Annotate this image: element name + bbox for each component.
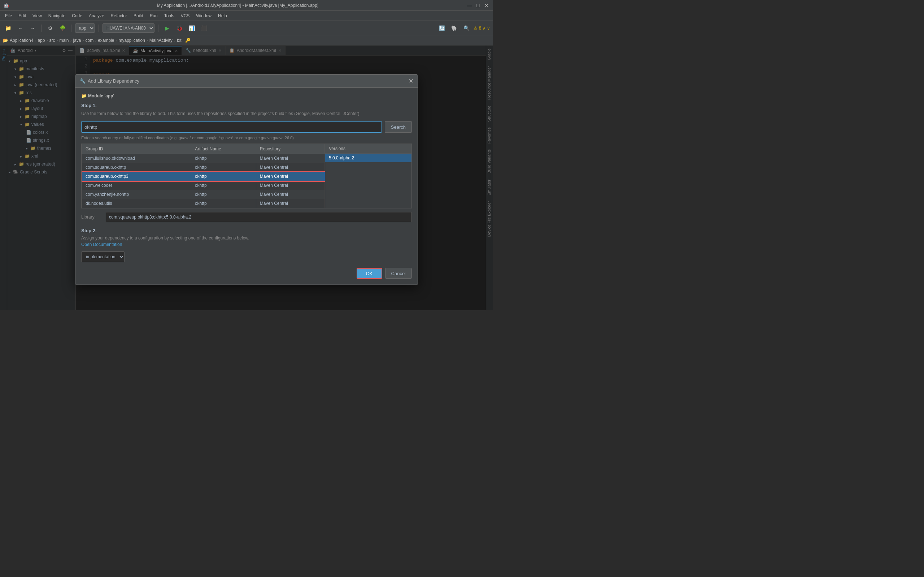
cancel-button[interactable]: Cancel	[385, 268, 412, 279]
library-value: com.squareup.okhttp3:okhttp:5.0.0-alpha.…	[106, 212, 412, 222]
table-row-selected[interactable]: com.squareup.okhttp3 okhttp Maven Centra…	[82, 172, 325, 181]
breadcrumb-com[interactable]: com	[85, 38, 94, 43]
toolbar-tree-btn[interactable]: 🌳	[57, 23, 68, 33]
cell-repo: Maven Central	[256, 163, 325, 172]
search-row: Search	[81, 121, 412, 133]
toolbar-open-btn[interactable]: 📁	[3, 23, 13, 33]
toolbar-sep1	[41, 24, 42, 32]
menu-file[interactable]: File	[2, 13, 15, 19]
cell-group-id: com.squareup.okhttp	[82, 163, 191, 172]
ok-button[interactable]: OK	[357, 268, 382, 279]
table-row[interactable]: com.weicoder okhttp Maven Central	[82, 181, 325, 190]
breadcrumb-example[interactable]: example	[98, 38, 114, 43]
versions-header: Versions	[325, 144, 412, 154]
dialog-body: 📁 Module 'app' Step 1. Use the form belo…	[76, 88, 418, 285]
menu-build[interactable]: Build	[131, 13, 146, 19]
cell-artifact: okhttp	[191, 199, 256, 208]
results-table: Group ID Artifact Name Repository com.li…	[82, 144, 325, 208]
dialog-close-button[interactable]: ✕	[409, 77, 413, 84]
maximize-button[interactable]: □	[475, 3, 481, 8]
breadcrumb-txt: txt	[177, 38, 181, 43]
step1-label: Step 1.	[81, 103, 412, 108]
minimize-button[interactable]: —	[466, 3, 472, 8]
menu-tools[interactable]: Tools	[162, 13, 177, 19]
library-search-input[interactable]	[81, 121, 382, 133]
cell-group-id-selected: com.squareup.okhttp3	[82, 172, 191, 181]
search-button[interactable]: Search	[385, 121, 412, 133]
open-doc-link[interactable]: Open Documentation	[81, 242, 412, 247]
table-row[interactable]: com.liulishuo.okdownload okhttp Maven Ce…	[82, 154, 325, 163]
cell-group-id: com.liulishuo.okdownload	[82, 154, 191, 163]
close-button[interactable]: ✕	[484, 3, 489, 8]
config-select[interactable]: implementation api compileOnly runtimeOn…	[81, 251, 124, 262]
cell-artifact-selected: okhttp	[191, 172, 256, 181]
breadcrumb-myapplication[interactable]: myapplication	[118, 38, 145, 43]
menu-bar: File Edit View Navigate Code Analyze Ref…	[0, 11, 493, 21]
breadcrumb-mainactivity[interactable]: MainActivity	[149, 38, 173, 43]
toolbar-settings-btn[interactable]: ⚙	[45, 23, 55, 33]
cell-artifact: okhttp	[191, 190, 256, 199]
library-label: Library:	[81, 214, 103, 220]
config-select-row: implementation api compileOnly runtimeOn…	[81, 251, 412, 262]
menu-window[interactable]: Window	[193, 13, 215, 19]
breadcrumb-main[interactable]: main	[59, 38, 69, 43]
modal-overlay: 🔧 Add Library Dependency ✕ 📁 Module 'app…	[0, 45, 493, 310]
cell-repo-selected: Maven Central	[256, 172, 325, 181]
run-config-combo[interactable]: app	[75, 23, 95, 33]
breadcrumb-key-icon: 🔑	[185, 38, 191, 43]
toolbar-run-btn[interactable]: ▶	[162, 23, 172, 33]
device-combo[interactable]: HUAWEI ANA-AN00	[102, 23, 155, 33]
cell-artifact: okhttp	[191, 163, 256, 172]
menu-code[interactable]: Code	[69, 13, 85, 19]
breadcrumb-bar: 📂 Application4 › app › src › main › java…	[0, 35, 493, 45]
toolbar-back-btn[interactable]: ←	[15, 23, 25, 33]
add-library-dialog: 🔧 Add Library Dependency ✕ 📁 Module 'app…	[75, 74, 418, 285]
toolbar: 📁 ← → ⚙ 🌳 app HUAWEI ANA-AN00 ▶ 🐞 📊 ⬛ 🔄 …	[0, 21, 493, 35]
toolbar-stop-btn[interactable]: ⬛	[199, 23, 209, 33]
cell-repo: Maven Central	[256, 154, 325, 163]
toolbar-debug-btn[interactable]: 🐞	[174, 23, 184, 33]
table-row[interactable]: com.squareup.okhttp okhttp Maven Central	[82, 163, 325, 172]
step2-desc: Assign your dependency to a configuratio…	[81, 235, 412, 240]
title-bar: 🤖 My Application [...\Android1\MyApplica…	[0, 0, 493, 11]
cell-repo: Maven Central	[256, 181, 325, 190]
col-repo: Repository	[256, 144, 325, 154]
breadcrumb-java[interactable]: java	[73, 38, 81, 43]
menu-view[interactable]: View	[30, 13, 45, 19]
cell-group-id: dk.nodes.utils	[82, 199, 191, 208]
table-row[interactable]: com.yanzhenjie.nohttp okhttp Maven Centr…	[82, 190, 325, 199]
breadcrumb-src[interactable]: src	[49, 38, 55, 43]
warning-badge: ⚠ 8 ∧ ∨	[473, 26, 490, 31]
library-row: Library: com.squareup.okhttp3:okhttp:5.0…	[81, 212, 412, 222]
dialog-title: 🔧 Add Library Dependency	[80, 78, 139, 84]
toolbar-gradle-sync-btn[interactable]: 🐘	[449, 23, 459, 33]
toolbar-sep4	[158, 24, 158, 32]
col-group-id: Group ID	[82, 144, 191, 154]
toolbar-sync-btn[interactable]: 🔄	[437, 23, 447, 33]
menu-vcs[interactable]: VCS	[178, 13, 193, 19]
folder-icon: 📁	[81, 93, 87, 98]
app-icon: 🤖	[3, 3, 9, 8]
menu-analyze[interactable]: Analyze	[86, 13, 107, 19]
results-versions-layout: Group ID Artifact Name Repository com.li…	[81, 143, 412, 208]
menu-refactor[interactable]: Refactor	[108, 13, 130, 19]
cell-artifact: okhttp	[191, 181, 256, 190]
module-label: 📁 Module 'app'	[81, 93, 412, 98]
breadcrumb-project-icon: 📂	[3, 38, 8, 43]
toolbar-sep2	[71, 24, 71, 32]
toolbar-forward-btn[interactable]: →	[27, 23, 37, 33]
cell-repo: Maven Central	[256, 190, 325, 199]
menu-navigate[interactable]: Navigate	[45, 13, 68, 19]
menu-edit[interactable]: Edit	[16, 13, 29, 19]
version-item-selected[interactable]: 5.0.0-alpha.2	[325, 154, 412, 162]
menu-run[interactable]: Run	[147, 13, 161, 19]
toolbar-profile-btn[interactable]: 📊	[187, 23, 197, 33]
toolbar-search-btn[interactable]: 🔍	[461, 23, 472, 33]
table-row[interactable]: dk.nodes.utils okhttp Maven Central	[82, 199, 325, 208]
col-artifact: Artifact Name	[191, 144, 256, 154]
cell-artifact: okhttp	[191, 154, 256, 163]
search-hint: Enter a search query or fully-qualified …	[81, 135, 412, 140]
breadcrumb-app[interactable]: app	[37, 38, 45, 43]
menu-help[interactable]: Help	[215, 13, 230, 19]
module-name: Module 'app'	[88, 93, 114, 98]
